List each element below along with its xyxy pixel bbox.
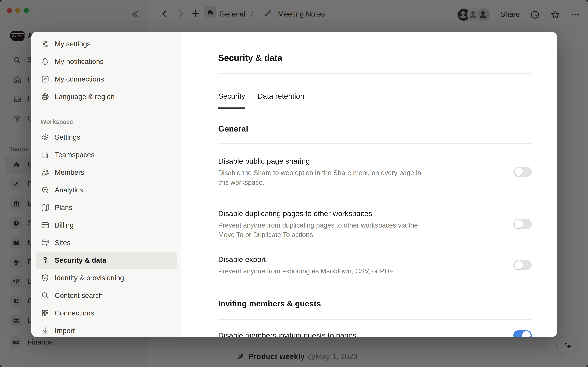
toggle-disable-members-inviting-guests[interactable] — [513, 330, 532, 337]
search-icon — [41, 291, 50, 300]
nav-item-teamspaces[interactable]: Teamspaces — [36, 146, 177, 164]
toggle-disable-public-page-sharing[interactable] — [513, 167, 532, 177]
members-icon — [41, 168, 50, 177]
setting-title: Disable export — [218, 254, 394, 264]
settings-page-title: Security & data — [218, 53, 532, 63]
toggle-knob — [515, 167, 523, 176]
setting-description: Prevent anyone from exporting as Markdow… — [218, 267, 394, 276]
setting-description: Disable the Share to web option in the S… — [218, 168, 433, 187]
nav-item-security-data[interactable]: Security & data — [36, 251, 177, 269]
nav-item-my-connections[interactable]: My connections — [36, 70, 177, 88]
shield-check-icon — [41, 273, 50, 283]
workspace-section-label: Workspace — [41, 118, 172, 125]
tab-security[interactable]: Security — [218, 92, 245, 108]
nav-item-my-notifications[interactable]: My notifications — [36, 53, 177, 70]
nav-item-plans[interactable]: Plans — [36, 199, 177, 216]
nav-item-settings[interactable]: Settings — [36, 128, 177, 146]
nav-item-identity-provisioning[interactable]: Identity & provisioning — [36, 269, 177, 287]
setting-description: Prevent anyone from duplicating pages to… — [218, 221, 433, 240]
section-header-general: General — [218, 124, 532, 133]
toggle-knob — [515, 220, 523, 228]
nav-item-sites[interactable]: Sites — [36, 234, 177, 251]
screen: General / Meeting Notes Share — [0, 0, 588, 367]
import-arrow-icon — [41, 326, 50, 335]
setting-row-public-page-sharing: Disable public page sharing Disable the … — [218, 156, 532, 187]
nav-item-my-settings[interactable]: My settings — [36, 35, 177, 53]
divider — [218, 73, 532, 74]
tab-data-retention[interactable]: Data retention — [257, 92, 304, 108]
divider — [218, 319, 532, 319]
analytics-icon — [41, 185, 50, 195]
setting-row-members-inviting-guests: Disable members inviting guests to pages — [218, 330, 532, 337]
bell-icon — [41, 57, 50, 66]
toggle-disable-export[interactable] — [513, 260, 532, 270]
section-header-inviting: Inviting members & guests — [218, 299, 532, 308]
nav-item-members[interactable]: Members — [36, 164, 177, 181]
sites-icon — [41, 238, 50, 247]
setting-row-disable-export: Disable export Prevent anyone from expor… — [218, 254, 532, 276]
tab-bar: Security Data retention — [218, 92, 532, 108]
sliders-icon — [41, 40, 50, 49]
key-icon — [41, 256, 50, 265]
nav-item-connections[interactable]: Connections — [36, 304, 177, 322]
notion-window: General / Meeting Notes Share — [0, 0, 588, 367]
setting-title: Disable public page sharing — [218, 156, 433, 166]
setting-row-duplicating-pages: Disable duplicating pages to other works… — [218, 209, 532, 240]
toggle-knob — [522, 331, 531, 337]
settings-nav: My settings My notifications My connecti… — [31, 32, 182, 337]
toggle-disable-duplicating-pages[interactable] — [513, 219, 532, 229]
settings-modal: My settings My notifications My connecti… — [31, 32, 557, 337]
nav-item-analytics[interactable]: Analytics — [36, 181, 177, 199]
grid-icon — [41, 309, 50, 318]
divider — [218, 143, 532, 144]
setting-title: Disable duplicating pages to other works… — [218, 209, 433, 218]
setting-title: Disable members inviting guests to pages — [218, 330, 356, 337]
map-icon — [41, 203, 50, 212]
card-icon — [41, 221, 50, 230]
nav-item-content-search[interactable]: Content search — [36, 287, 177, 304]
toggle-knob — [515, 261, 523, 269]
nav-item-billing[interactable]: Billing — [36, 216, 177, 234]
globe-icon — [41, 92, 50, 101]
building-icon — [41, 150, 50, 159]
gear-icon — [41, 133, 50, 142]
nav-item-import[interactable]: Import — [36, 322, 177, 337]
nav-item-language-region[interactable]: Language & region — [36, 88, 177, 106]
arrow-out-icon — [41, 75, 50, 84]
settings-content: Security & data Security Data retention … — [182, 32, 557, 337]
